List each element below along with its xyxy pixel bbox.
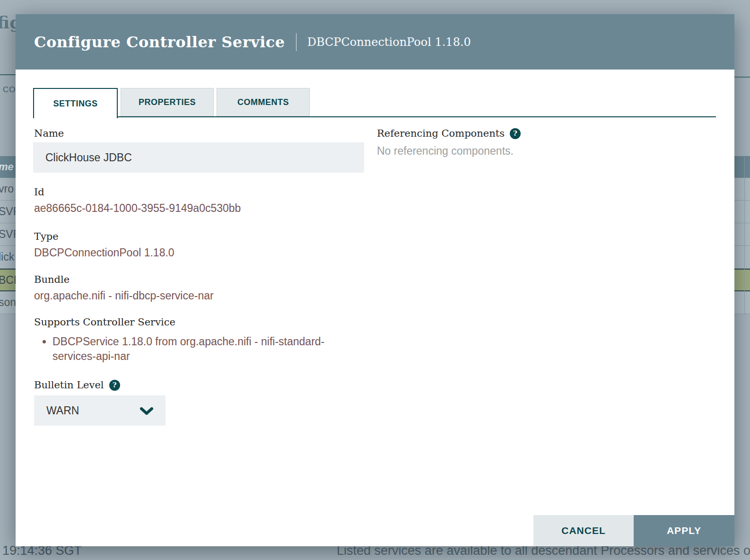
apply-button[interactable]: APPLY bbox=[634, 515, 734, 546]
table-row bbox=[734, 201, 750, 223]
name-label: Name bbox=[34, 128, 64, 139]
supports-controller-service-list: DBCPService 1.18.0 from org.apache.nifi … bbox=[40, 334, 353, 364]
table-row: lick bbox=[0, 246, 16, 269]
dialog-title: Configure Controller Service bbox=[34, 33, 285, 51]
table-row: vro bbox=[0, 178, 16, 201]
table-row bbox=[734, 223, 750, 246]
help-icon[interactable]: ? bbox=[109, 380, 120, 391]
table-header-name: me bbox=[0, 156, 16, 178]
background-tab-underline-left bbox=[0, 74, 16, 75]
dialog-subtitle: DBCPConnectionPool 1.18.0 bbox=[307, 35, 471, 49]
name-input[interactable]: ClickHouse JDBC bbox=[33, 142, 364, 173]
background-services-table-right bbox=[734, 156, 750, 314]
bulletin-level-label: Bulletin Level ? bbox=[34, 379, 120, 391]
table-row bbox=[734, 178, 750, 201]
tab-settings[interactable]: SETTINGS bbox=[33, 88, 118, 118]
title-separator bbox=[296, 33, 297, 51]
table-row: SVR bbox=[0, 223, 16, 246]
cancel-button[interactable]: CANCEL bbox=[533, 515, 634, 546]
type-value: DBCPConnectionPool 1.18.0 bbox=[34, 246, 174, 259]
name-input-value: ClickHouse JDBC bbox=[33, 151, 132, 164]
bundle-label: Bundle bbox=[34, 274, 70, 285]
background-services-table-left: me vro SVR SVR lick BCP son bbox=[0, 156, 16, 314]
dialog-header: Configure Controller Service DBCPConnect… bbox=[16, 14, 734, 70]
id-value: ae86665c-0184-1000-3955-9149a0c530bb bbox=[34, 202, 241, 215]
referencing-components-empty-text: No referencing components. bbox=[377, 145, 514, 158]
table-row: son bbox=[0, 291, 16, 314]
tab-properties[interactable]: PROPERTIES bbox=[121, 88, 214, 116]
background-tab-label-fragment: CO bbox=[3, 85, 16, 95]
screen: fig CO me vro SVR SVR lick BCP son 19:14… bbox=[0, 0, 750, 560]
tab-comments[interactable]: COMMENTS bbox=[217, 88, 310, 116]
help-icon[interactable]: ? bbox=[510, 128, 521, 139]
referencing-components-label: Referencing Components ? bbox=[377, 128, 521, 139]
supports-controller-service-label: Supports Controller Service bbox=[34, 316, 175, 328]
background-tab-underline-right bbox=[734, 77, 750, 78]
table-row-selected: BCP bbox=[0, 269, 16, 291]
bundle-value: org.apache.nifi - nifi-dbcp-service-nar bbox=[34, 289, 214, 302]
dialog-tabs: SETTINGS PROPERTIES COMMENTS bbox=[33, 88, 310, 118]
table-row bbox=[734, 291, 750, 314]
configure-controller-service-dialog: Configure Controller Service DBCPConnect… bbox=[16, 14, 734, 546]
table-row-selected bbox=[734, 269, 750, 291]
type-label: Type bbox=[34, 231, 59, 242]
table-row: SVR bbox=[0, 201, 16, 223]
background-table-column-divider bbox=[744, 157, 745, 315]
bulletin-level-dropdown[interactable]: WARN bbox=[34, 395, 166, 426]
table-header-cell bbox=[734, 156, 750, 178]
supported-service-item: DBCPService 1.18.0 from org.apache.nifi … bbox=[52, 334, 353, 364]
table-row bbox=[734, 246, 750, 269]
bulletin-level-value: WARN bbox=[34, 404, 79, 417]
chevron-down-icon bbox=[140, 407, 153, 415]
id-label: Id bbox=[34, 186, 44, 198]
